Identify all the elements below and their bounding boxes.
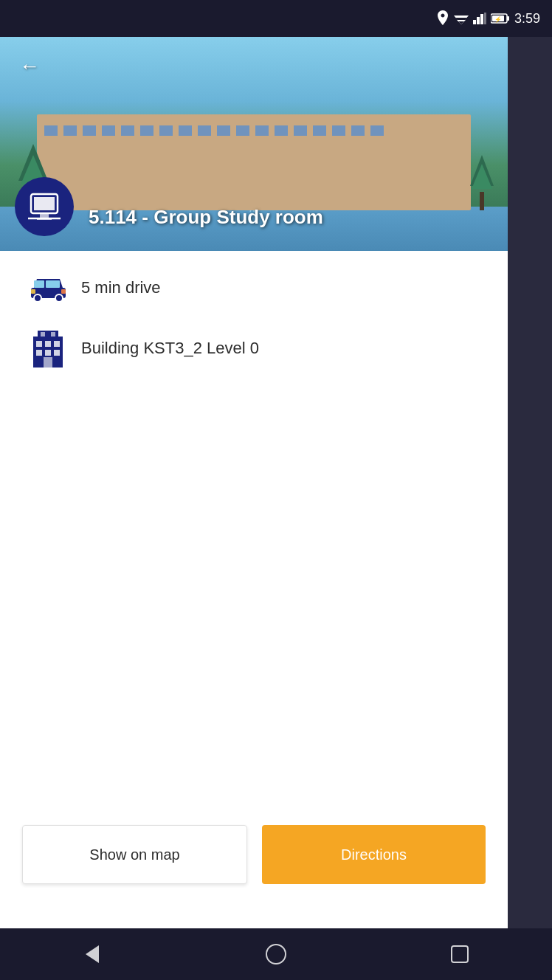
signal-icon — [473, 13, 486, 24]
svg-rect-30 — [34, 280, 44, 288]
info-section: 5 min drive — [0, 251, 508, 416]
location-icon — [436, 10, 449, 27]
car-icon — [28, 273, 69, 303]
back-arrow-icon: ← — [19, 55, 40, 78]
svg-rect-4 — [473, 20, 476, 24]
header-image: ← 5.114 - Group Study room — [0, 37, 508, 251]
svg-point-28 — [34, 294, 41, 302]
svg-marker-45 — [86, 945, 99, 963]
wifi-icon — [454, 13, 469, 24]
svg-rect-36 — [36, 341, 42, 347]
car-icon-container — [22, 273, 74, 303]
svg-point-46 — [266, 945, 286, 964]
status-bar: ⚡ 3:59 — [0, 0, 552, 37]
svg-rect-38 — [54, 341, 60, 347]
svg-rect-33 — [61, 289, 66, 294]
directions-button[interactable]: Directions — [262, 825, 486, 884]
building-illustration — [37, 114, 471, 210]
drive-time-text: 5 min drive — [81, 278, 161, 297]
nav-recent-button[interactable] — [430, 936, 489, 973]
building-icon-container — [22, 329, 74, 368]
svg-rect-9 — [507, 16, 509, 21]
svg-rect-7 — [484, 13, 486, 24]
tree-right-icon — [467, 155, 497, 210]
svg-point-29 — [55, 294, 63, 302]
nav-home-button[interactable] — [246, 936, 306, 973]
svg-rect-44 — [51, 332, 55, 337]
status-icons: ⚡ 3:59 — [436, 10, 540, 27]
building-windows — [44, 125, 463, 136]
drive-time-row: 5 min drive — [22, 273, 486, 303]
nav-home-icon — [265, 943, 287, 965]
room-icon-container — [15, 177, 74, 236]
svg-rect-32 — [31, 289, 35, 294]
nav-back-icon — [81, 943, 103, 965]
svg-rect-26 — [37, 218, 52, 220]
svg-rect-39 — [36, 350, 42, 356]
svg-marker-3 — [458, 21, 464, 24]
svg-rect-47 — [452, 946, 468, 962]
nav-back-button[interactable] — [63, 936, 122, 973]
back-button[interactable]: ← — [12, 49, 47, 84]
right-panel — [508, 37, 552, 943]
building-text: Building KST3_2 Level 0 — [81, 339, 259, 358]
svg-rect-6 — [480, 14, 483, 24]
room-title: 5.114 - Group Study room — [89, 206, 323, 229]
bottom-buttons: Show on map Directions — [0, 825, 508, 884]
bottom-nav — [0, 928, 552, 980]
svg-rect-37 — [45, 341, 51, 347]
room-type-icon — [28, 193, 61, 221]
svg-rect-41 — [54, 350, 60, 356]
show-on-map-button[interactable]: Show on map — [22, 825, 247, 884]
svg-rect-19 — [480, 192, 484, 210]
status-time: 3:59 — [514, 11, 540, 27]
nav-recent-icon — [449, 944, 470, 965]
svg-rect-23 — [34, 197, 55, 210]
svg-rect-25 — [40, 213, 49, 218]
svg-rect-31 — [46, 280, 60, 288]
battery-icon: ⚡ — [491, 13, 510, 24]
svg-rect-5 — [477, 17, 480, 24]
svg-rect-43 — [41, 332, 45, 337]
svg-rect-42 — [44, 357, 52, 368]
svg-text:⚡: ⚡ — [494, 15, 502, 23]
svg-rect-40 — [45, 350, 51, 356]
main-content: ← 5.114 - Group Study room — [0, 37, 508, 943]
building-icon — [30, 329, 66, 368]
building-row: Building KST3_2 Level 0 — [22, 329, 486, 368]
